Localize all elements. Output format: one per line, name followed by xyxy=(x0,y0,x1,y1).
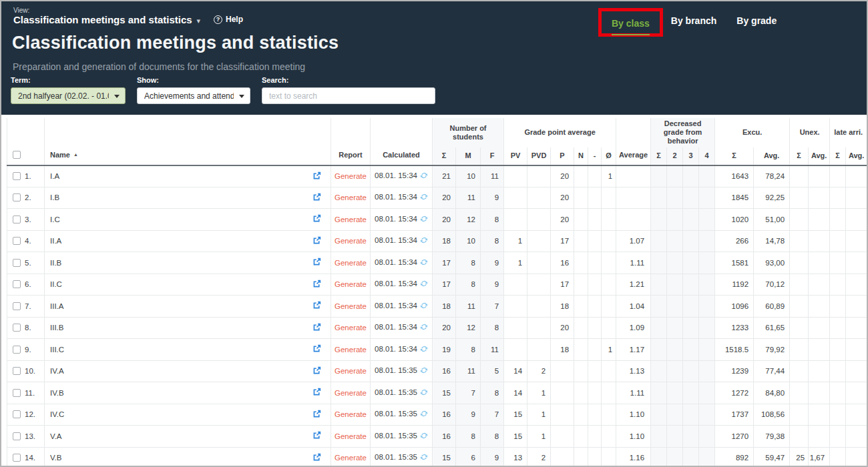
cell-gpa-dash xyxy=(588,360,602,382)
tab-by-class[interactable]: By class xyxy=(612,18,650,35)
row-checkbox[interactable] xyxy=(13,215,21,223)
row-checkbox[interactable] xyxy=(13,259,21,267)
cell-late-sum xyxy=(830,296,846,318)
cell-name: I.B xyxy=(45,187,331,209)
cell-unex-avg xyxy=(809,360,830,382)
external-link-icon[interactable] xyxy=(312,366,321,376)
generate-link[interactable]: Generate xyxy=(331,410,370,418)
generate-link[interactable]: Generate xyxy=(331,237,370,245)
refresh-icon[interactable] xyxy=(420,171,428,181)
cell-gpa-p: 20 xyxy=(551,317,574,339)
group-decreased-grade: Decreased grade from behavior xyxy=(651,118,715,147)
refresh-icon[interactable] xyxy=(420,280,428,289)
row-checkbox[interactable] xyxy=(13,237,21,245)
view-dropdown[interactable]: Classification meetings and statistics▾ xyxy=(13,14,200,25)
tab-by-grade[interactable]: By grade xyxy=(736,15,777,29)
show-select[interactable]: Achievements and attenda xyxy=(137,87,250,104)
class-name: II.B xyxy=(50,259,61,267)
cell-excu-sum: 266 xyxy=(715,230,754,252)
cell-dg-2 xyxy=(667,274,683,296)
refresh-icon[interactable] xyxy=(420,258,428,268)
cell-average: 1.17 xyxy=(616,339,651,361)
cell-row-select: 14. xyxy=(7,447,45,467)
external-link-icon[interactable] xyxy=(312,431,321,441)
row-checkbox[interactable] xyxy=(13,389,21,397)
generate-link[interactable]: Generate xyxy=(331,193,370,201)
external-link-icon[interactable] xyxy=(312,453,321,463)
generate-link[interactable]: Generate xyxy=(331,454,370,462)
cell-excu-sum: 1643 xyxy=(715,165,754,187)
refresh-icon[interactable] xyxy=(420,302,428,311)
external-link-icon[interactable] xyxy=(312,258,321,268)
refresh-icon[interactable] xyxy=(420,215,428,224)
external-link-icon[interactable] xyxy=(312,344,321,354)
external-link-icon[interactable] xyxy=(312,280,321,290)
col-header-name[interactable]: Name▲ xyxy=(45,118,331,165)
row-checkbox[interactable] xyxy=(13,280,21,288)
cell-calculated: 08.01. 15:34 xyxy=(371,339,433,361)
cell-late-sum xyxy=(830,404,846,426)
col-header-dg-sum: Σ xyxy=(651,147,667,165)
cell-report: Generate xyxy=(331,404,371,426)
cell-excu-sum: 1096 xyxy=(715,296,754,318)
refresh-icon[interactable] xyxy=(420,345,428,354)
refresh-icon[interactable] xyxy=(420,388,428,398)
row-checkbox[interactable] xyxy=(13,302,21,310)
row-checkbox[interactable] xyxy=(13,346,21,354)
cell-students-m: 10 xyxy=(456,230,481,252)
external-link-icon[interactable] xyxy=(312,214,321,224)
cell-gpa-n xyxy=(574,426,588,448)
refresh-icon[interactable] xyxy=(420,410,428,419)
row-checkbox[interactable] xyxy=(13,454,21,462)
refresh-icon[interactable] xyxy=(420,432,428,441)
refresh-icon[interactable] xyxy=(420,193,428,202)
cell-students-f: 7 xyxy=(481,404,504,426)
row-checkbox[interactable] xyxy=(13,367,21,375)
help-button[interactable]: ? Help xyxy=(214,15,243,24)
generate-link[interactable]: Generate xyxy=(331,389,370,397)
refresh-icon[interactable] xyxy=(420,453,428,462)
cell-excu-avg: 59,47 xyxy=(754,447,790,467)
search-label: Search: xyxy=(262,76,435,84)
row-checkbox[interactable] xyxy=(13,324,21,332)
cell-name: IV.B xyxy=(45,382,331,404)
external-link-icon[interactable] xyxy=(312,171,321,181)
generate-link[interactable]: Generate xyxy=(331,302,370,310)
generate-link[interactable]: Generate xyxy=(331,432,370,440)
generate-link[interactable]: Generate xyxy=(331,367,370,375)
cell-late-sum xyxy=(830,165,846,187)
external-link-icon[interactable] xyxy=(312,410,321,420)
external-link-icon[interactable] xyxy=(312,301,321,311)
cell-dg-3 xyxy=(683,296,699,318)
generate-link[interactable]: Generate xyxy=(331,324,370,332)
refresh-icon[interactable] xyxy=(420,323,428,332)
term-select[interactable]: 2nd halfyear (02.02. - 01.0 xyxy=(11,87,126,104)
tab-by-branch[interactable]: By branch xyxy=(671,15,716,29)
row-checkbox[interactable] xyxy=(13,410,21,418)
cell-unex-avg xyxy=(809,404,830,426)
external-link-icon[interactable] xyxy=(312,388,321,398)
generate-link[interactable]: Generate xyxy=(331,346,370,354)
external-link-icon[interactable] xyxy=(312,193,321,203)
search-input[interactable] xyxy=(262,87,435,104)
refresh-icon[interactable] xyxy=(420,366,428,376)
generate-link[interactable]: Generate xyxy=(331,259,370,267)
external-link-icon[interactable] xyxy=(312,236,321,246)
refresh-icon[interactable] xyxy=(420,236,428,246)
table-row: 3. I.C Generate 08.01. 15:34 20 12 8 20 … xyxy=(7,209,867,231)
generate-link[interactable]: Generate xyxy=(331,172,370,180)
row-checkbox[interactable] xyxy=(13,432,21,440)
cell-students-sum: 20 xyxy=(433,187,456,209)
generate-link[interactable]: Generate xyxy=(331,215,370,223)
row-checkbox[interactable] xyxy=(13,193,21,201)
cell-gpa-dash xyxy=(588,426,602,448)
cell-excu-avg: 61,65 xyxy=(754,317,790,339)
external-link-icon[interactable] xyxy=(312,323,321,333)
cell-unex-sum xyxy=(790,165,809,187)
cell-report: Generate xyxy=(331,187,371,209)
row-checkbox[interactable] xyxy=(13,172,21,180)
cell-unex-sum xyxy=(790,360,809,382)
generate-link[interactable]: Generate xyxy=(331,280,370,288)
table-row: 12. IV.C Generate 08.01. 15:35 16 9 7 15… xyxy=(7,404,867,426)
select-all-checkbox[interactable] xyxy=(13,151,21,159)
